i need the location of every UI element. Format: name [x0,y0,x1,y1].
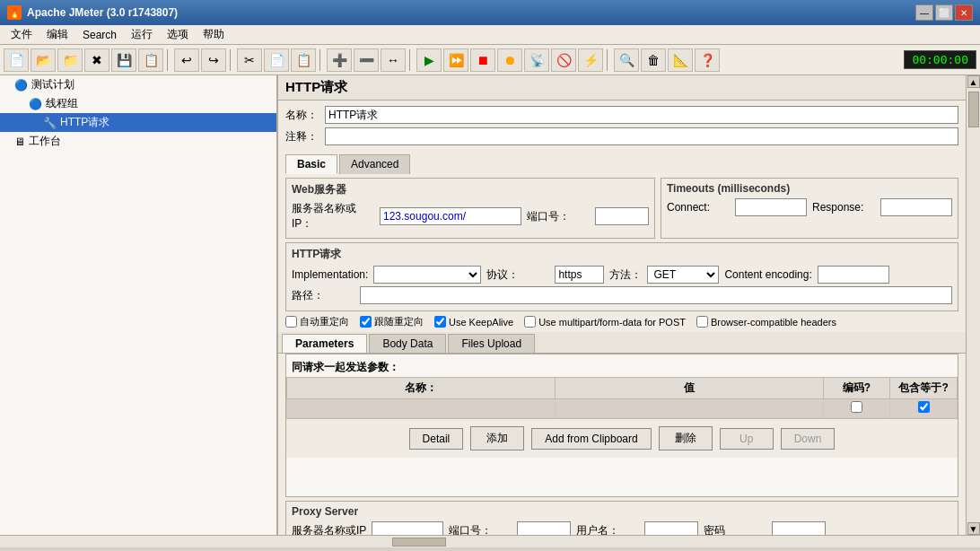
toolbar-new[interactable]: 📄 [4,48,29,72]
toolbar-close[interactable]: ✖ [84,48,109,72]
sub-tab-files-upload[interactable]: Files Upload [448,334,535,353]
checkbox-browser-headers[interactable]: Browser-compatible headers [696,316,836,328]
proxy-server-input[interactable] [372,521,443,535]
web-server-title: Web服务器 [292,182,649,197]
toolbar-shutdown[interactable]: ⏺ [497,48,522,72]
toolbar-function-helper[interactable]: 📐 [668,48,693,72]
checkbox-row: 自动重定向 跟随重定向 Use KeepAlive Use multipart/… [285,315,958,328]
encoding-input[interactable] [818,266,889,284]
toolbar-help[interactable]: ❓ [695,48,720,72]
toolbar-remote-shutdown[interactable]: ⚡ [578,48,603,72]
encode-checkbox[interactable] [851,401,862,413]
include-checkbox[interactable] [918,401,930,413]
col-name: 名称： [287,378,556,399]
cell-value[interactable] [555,399,823,418]
up-button[interactable]: Up [720,428,774,450]
proxy-port-input[interactable] [517,521,571,535]
checkbox-follow-redirect[interactable]: 跟随重定向 [360,315,424,328]
close-button[interactable]: ✕ [955,4,973,21]
protocol-input[interactable] [555,266,604,284]
checkbox-keepalive[interactable]: Use KeepAlive [434,316,513,328]
proxy-title: Proxy Server [292,505,952,518]
tree-item-workbench[interactable]: 🖥 工作台 [0,132,276,151]
http-row-1: Implementation: 协议： 方法： GET POST PUT DEL… [292,266,952,284]
toolbar-expand[interactable]: ➕ [327,48,352,72]
menu-help[interactable]: 帮助 [196,25,232,44]
scroll-up-button[interactable]: ▲ [967,75,980,88]
toolbar-start-no-pause[interactable]: ⏩ [443,48,468,72]
toolbar-cut[interactable]: ✂ [237,48,262,72]
add-clipboard-button[interactable]: Add from Clipboard [531,428,651,450]
checkbox-auto-redirect[interactable]: 自动重定向 [285,315,349,328]
tree-label-thread-group: 线程组 [46,96,78,111]
sub-tab-body-data[interactable]: Body Data [369,334,446,353]
tab-basic[interactable]: Basic [285,154,337,174]
menu-run[interactable]: 运行 [124,25,160,44]
panel-title: HTTP请求 [278,75,966,101]
toolbar-search[interactable]: 🔍 [614,48,639,72]
connect-input[interactable] [735,198,807,216]
toolbar-open[interactable]: 📂 [31,48,56,72]
path-input[interactable] [360,286,952,304]
menu-edit[interactable]: 编辑 [39,25,75,44]
toolbar-start[interactable]: ▶ [416,48,442,72]
menu-options[interactable]: 选项 [160,25,196,44]
toolbar-save[interactable]: 💾 [111,48,136,72]
detail-button[interactable]: Detail [409,428,464,450]
toolbar-remote-stop[interactable]: 🚫 [551,48,576,72]
comment-input[interactable] [325,127,958,145]
toolbar-sep-1 [167,49,171,71]
scroll-thumb[interactable] [968,92,979,127]
toolbar-undo[interactable]: ↩ [174,48,199,72]
implementation-select[interactable] [373,266,481,284]
proxy-username-input[interactable] [644,521,698,535]
down-button[interactable]: Down [781,428,836,450]
toolbar-remote-start[interactable]: 📡 [524,48,549,72]
response-input[interactable] [880,198,952,216]
toolbar-sep-3 [319,49,323,71]
toolbar-save-all[interactable]: 📁 [57,48,83,72]
toolbar-copy[interactable]: 📄 [264,48,289,72]
tab-advanced[interactable]: Advanced [339,154,410,174]
cell-encode[interactable] [823,399,890,418]
checkbox-multipart[interactable]: Use multipart/form-data for POST [524,316,686,328]
hscroll-thumb[interactable] [392,538,446,547]
add-button[interactable]: 添加 [470,426,524,450]
toolbar-redo[interactable]: ↪ [201,48,226,72]
tree-item-test-plan[interactable]: 🔵 测试计划 [0,75,276,94]
timeouts-title: Timeouts (milliseconds) [667,182,952,195]
tree-item-http-request[interactable]: 🔧 HTTP请求 [0,113,276,132]
sub-tab-parameters[interactable]: Parameters [282,334,367,353]
comment-row: 注释： [285,127,958,145]
browser-headers-checkbox[interactable] [696,316,708,328]
multipart-checkbox[interactable] [524,316,536,328]
toolbar-stop[interactable]: ⏹ [470,48,495,72]
toolbar-clear[interactable]: 🗑 [641,48,666,72]
port-input[interactable] [595,207,649,225]
auto-redirect-checkbox[interactable] [285,316,297,328]
proxy-password-label: 密码 [704,523,766,536]
proxy-server-label: 服务器名称或IP [292,523,366,536]
maximize-button[interactable]: ⬜ [935,4,953,21]
toolbar-toggle[interactable]: ↔ [381,48,406,72]
toolbar-template[interactable]: 📋 [138,48,163,72]
cell-include[interactable] [890,399,958,418]
menu-search[interactable]: Search [75,27,124,43]
delete-button[interactable]: 删除 [659,426,713,450]
server-input[interactable] [380,207,521,225]
toolbar-collapse[interactable]: ➖ [354,48,379,72]
minimize-button[interactable]: — [915,4,933,21]
method-select[interactable]: GET POST PUT DELETE [647,266,719,284]
http-section: HTTP请求 Implementation: 协议： 方法： GET POST … [285,242,958,311]
proxy-password-input[interactable] [772,521,826,535]
name-input[interactable] [325,106,958,124]
keepalive-checkbox[interactable] [434,316,446,328]
cell-name[interactable] [287,399,556,418]
toolbar-paste[interactable]: 📋 [291,48,316,72]
name-row: 名称： [285,106,958,124]
scroll-down-button[interactable]: ▼ [967,522,980,535]
follow-redirect-checkbox[interactable] [360,316,372,328]
tree-item-thread-group[interactable]: 🔵 线程组 [0,94,276,113]
menu-file[interactable]: 文件 [4,25,39,44]
sub-tabs: Parameters Body Data Files Upload [278,332,966,354]
